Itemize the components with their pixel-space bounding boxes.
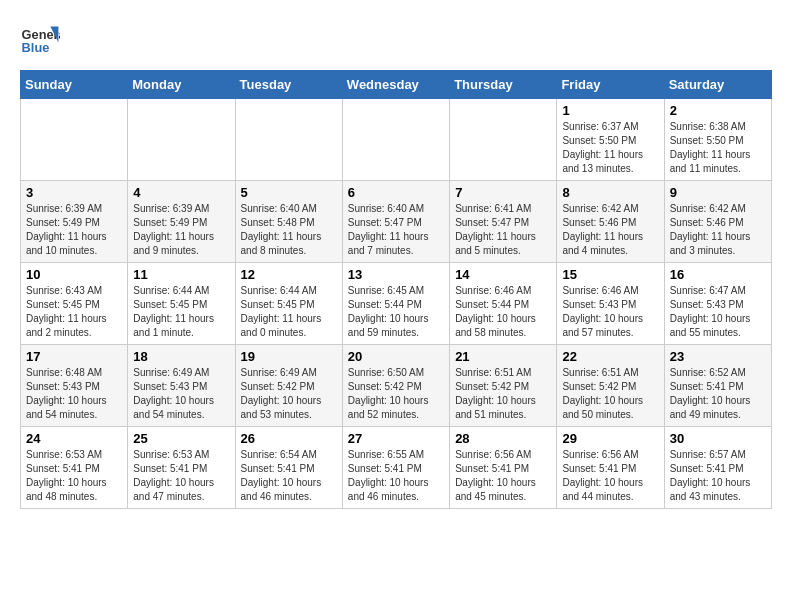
day-info: Sunrise: 6:50 AM Sunset: 5:42 PM Dayligh… [348, 366, 444, 422]
day-info: Sunrise: 6:39 AM Sunset: 5:49 PM Dayligh… [26, 202, 122, 258]
calendar-day-cell: 5Sunrise: 6:40 AM Sunset: 5:48 PM Daylig… [235, 181, 342, 263]
calendar-day-cell: 26Sunrise: 6:54 AM Sunset: 5:41 PM Dayli… [235, 427, 342, 509]
weekday-header: Monday [128, 71, 235, 99]
calendar-day-cell: 2Sunrise: 6:38 AM Sunset: 5:50 PM Daylig… [664, 99, 771, 181]
day-info: Sunrise: 6:37 AM Sunset: 5:50 PM Dayligh… [562, 120, 658, 176]
day-info: Sunrise: 6:53 AM Sunset: 5:41 PM Dayligh… [133, 448, 229, 504]
day-number: 6 [348, 185, 444, 200]
day-number: 28 [455, 431, 551, 446]
calendar-day-cell: 19Sunrise: 6:49 AM Sunset: 5:42 PM Dayli… [235, 345, 342, 427]
day-number: 22 [562, 349, 658, 364]
day-info: Sunrise: 6:48 AM Sunset: 5:43 PM Dayligh… [26, 366, 122, 422]
day-number: 26 [241, 431, 337, 446]
calendar-day-cell: 14Sunrise: 6:46 AM Sunset: 5:44 PM Dayli… [450, 263, 557, 345]
calendar-week-row: 3Sunrise: 6:39 AM Sunset: 5:49 PM Daylig… [21, 181, 772, 263]
day-info: Sunrise: 6:55 AM Sunset: 5:41 PM Dayligh… [348, 448, 444, 504]
day-number: 30 [670, 431, 766, 446]
day-info: Sunrise: 6:56 AM Sunset: 5:41 PM Dayligh… [455, 448, 551, 504]
day-info: Sunrise: 6:43 AM Sunset: 5:45 PM Dayligh… [26, 284, 122, 340]
weekday-header: Thursday [450, 71, 557, 99]
day-number: 9 [670, 185, 766, 200]
calendar-day-cell: 16Sunrise: 6:47 AM Sunset: 5:43 PM Dayli… [664, 263, 771, 345]
day-number: 8 [562, 185, 658, 200]
calendar-week-row: 10Sunrise: 6:43 AM Sunset: 5:45 PM Dayli… [21, 263, 772, 345]
day-number: 4 [133, 185, 229, 200]
day-info: Sunrise: 6:53 AM Sunset: 5:41 PM Dayligh… [26, 448, 122, 504]
day-number: 5 [241, 185, 337, 200]
day-info: Sunrise: 6:54 AM Sunset: 5:41 PM Dayligh… [241, 448, 337, 504]
day-info: Sunrise: 6:56 AM Sunset: 5:41 PM Dayligh… [562, 448, 658, 504]
day-number: 15 [562, 267, 658, 282]
calendar-day-cell: 10Sunrise: 6:43 AM Sunset: 5:45 PM Dayli… [21, 263, 128, 345]
calendar-day-cell: 1Sunrise: 6:37 AM Sunset: 5:50 PM Daylig… [557, 99, 664, 181]
day-info: Sunrise: 6:52 AM Sunset: 5:41 PM Dayligh… [670, 366, 766, 422]
calendar-week-row: 17Sunrise: 6:48 AM Sunset: 5:43 PM Dayli… [21, 345, 772, 427]
calendar-day-cell: 28Sunrise: 6:56 AM Sunset: 5:41 PM Dayli… [450, 427, 557, 509]
calendar-day-cell [235, 99, 342, 181]
day-info: Sunrise: 6:47 AM Sunset: 5:43 PM Dayligh… [670, 284, 766, 340]
calendar-day-cell: 30Sunrise: 6:57 AM Sunset: 5:41 PM Dayli… [664, 427, 771, 509]
calendar-day-cell [128, 99, 235, 181]
calendar-day-cell: 25Sunrise: 6:53 AM Sunset: 5:41 PM Dayli… [128, 427, 235, 509]
day-info: Sunrise: 6:49 AM Sunset: 5:42 PM Dayligh… [241, 366, 337, 422]
day-number: 29 [562, 431, 658, 446]
day-number: 13 [348, 267, 444, 282]
day-info: Sunrise: 6:42 AM Sunset: 5:46 PM Dayligh… [670, 202, 766, 258]
calendar-day-cell: 7Sunrise: 6:41 AM Sunset: 5:47 PM Daylig… [450, 181, 557, 263]
calendar-day-cell: 8Sunrise: 6:42 AM Sunset: 5:46 PM Daylig… [557, 181, 664, 263]
day-number: 18 [133, 349, 229, 364]
calendar-day-cell: 11Sunrise: 6:44 AM Sunset: 5:45 PM Dayli… [128, 263, 235, 345]
calendar-day-cell [21, 99, 128, 181]
calendar-day-cell: 17Sunrise: 6:48 AM Sunset: 5:43 PM Dayli… [21, 345, 128, 427]
calendar-day-cell: 21Sunrise: 6:51 AM Sunset: 5:42 PM Dayli… [450, 345, 557, 427]
day-number: 7 [455, 185, 551, 200]
weekday-header: Sunday [21, 71, 128, 99]
day-number: 10 [26, 267, 122, 282]
calendar-day-cell: 3Sunrise: 6:39 AM Sunset: 5:49 PM Daylig… [21, 181, 128, 263]
calendar-day-cell [342, 99, 449, 181]
day-info: Sunrise: 6:45 AM Sunset: 5:44 PM Dayligh… [348, 284, 444, 340]
day-info: Sunrise: 6:39 AM Sunset: 5:49 PM Dayligh… [133, 202, 229, 258]
calendar-day-cell: 24Sunrise: 6:53 AM Sunset: 5:41 PM Dayli… [21, 427, 128, 509]
day-info: Sunrise: 6:46 AM Sunset: 5:44 PM Dayligh… [455, 284, 551, 340]
page-header: General Blue [20, 20, 772, 60]
day-info: Sunrise: 6:51 AM Sunset: 5:42 PM Dayligh… [562, 366, 658, 422]
day-info: Sunrise: 6:46 AM Sunset: 5:43 PM Dayligh… [562, 284, 658, 340]
calendar-week-row: 1Sunrise: 6:37 AM Sunset: 5:50 PM Daylig… [21, 99, 772, 181]
calendar-day-cell: 23Sunrise: 6:52 AM Sunset: 5:41 PM Dayli… [664, 345, 771, 427]
day-info: Sunrise: 6:40 AM Sunset: 5:48 PM Dayligh… [241, 202, 337, 258]
day-number: 19 [241, 349, 337, 364]
svg-text:Blue: Blue [22, 40, 50, 55]
day-number: 24 [26, 431, 122, 446]
calendar-day-cell: 20Sunrise: 6:50 AM Sunset: 5:42 PM Dayli… [342, 345, 449, 427]
day-info: Sunrise: 6:38 AM Sunset: 5:50 PM Dayligh… [670, 120, 766, 176]
day-number: 11 [133, 267, 229, 282]
calendar-table: SundayMondayTuesdayWednesdayThursdayFrid… [20, 70, 772, 509]
calendar-day-cell: 18Sunrise: 6:49 AM Sunset: 5:43 PM Dayli… [128, 345, 235, 427]
day-number: 17 [26, 349, 122, 364]
calendar-day-cell: 12Sunrise: 6:44 AM Sunset: 5:45 PM Dayli… [235, 263, 342, 345]
day-number: 20 [348, 349, 444, 364]
calendar-week-row: 24Sunrise: 6:53 AM Sunset: 5:41 PM Dayli… [21, 427, 772, 509]
weekday-header: Saturday [664, 71, 771, 99]
day-number: 14 [455, 267, 551, 282]
day-number: 23 [670, 349, 766, 364]
day-number: 25 [133, 431, 229, 446]
day-info: Sunrise: 6:49 AM Sunset: 5:43 PM Dayligh… [133, 366, 229, 422]
calendar-day-cell: 29Sunrise: 6:56 AM Sunset: 5:41 PM Dayli… [557, 427, 664, 509]
day-number: 16 [670, 267, 766, 282]
day-info: Sunrise: 6:44 AM Sunset: 5:45 PM Dayligh… [133, 284, 229, 340]
calendar-day-cell: 15Sunrise: 6:46 AM Sunset: 5:43 PM Dayli… [557, 263, 664, 345]
day-number: 21 [455, 349, 551, 364]
day-info: Sunrise: 6:57 AM Sunset: 5:41 PM Dayligh… [670, 448, 766, 504]
day-info: Sunrise: 6:40 AM Sunset: 5:47 PM Dayligh… [348, 202, 444, 258]
calendar-day-cell: 6Sunrise: 6:40 AM Sunset: 5:47 PM Daylig… [342, 181, 449, 263]
weekday-header: Friday [557, 71, 664, 99]
logo-icon: General Blue [20, 20, 60, 60]
day-info: Sunrise: 6:41 AM Sunset: 5:47 PM Dayligh… [455, 202, 551, 258]
calendar-day-cell: 9Sunrise: 6:42 AM Sunset: 5:46 PM Daylig… [664, 181, 771, 263]
logo: General Blue [20, 20, 64, 60]
header-row: SundayMondayTuesdayWednesdayThursdayFrid… [21, 71, 772, 99]
day-info: Sunrise: 6:44 AM Sunset: 5:45 PM Dayligh… [241, 284, 337, 340]
day-number: 1 [562, 103, 658, 118]
